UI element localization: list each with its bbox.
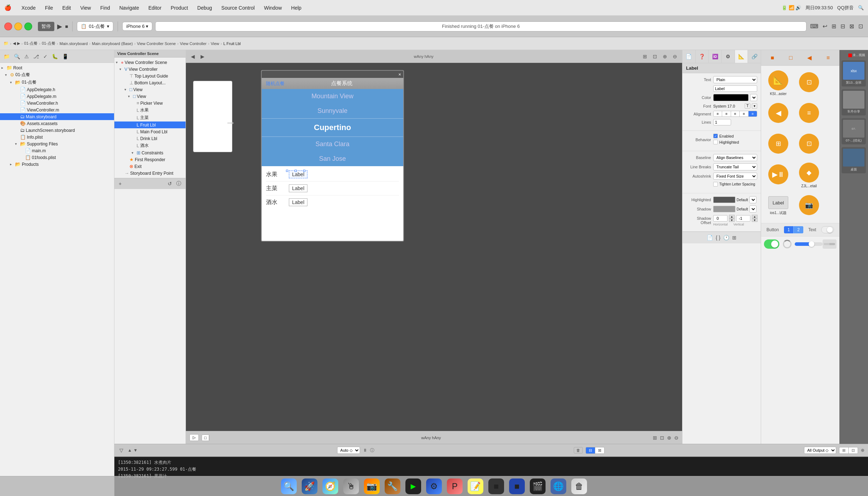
console-info-icon[interactable]: ⓘ (370, 447, 374, 453)
scheme-selector[interactable]: 📋 01-点餐 ▾ (77, 21, 113, 31)
inspector-layout-icon[interactable]: ⊞ (732, 235, 736, 240)
console-toggle-button[interactable]: ▽ (118, 447, 125, 454)
widget-item-camera[interactable]: 📷 (795, 192, 823, 220)
widget-item-7[interactable]: ▶⏸ (764, 161, 793, 189)
inspector-tab-size[interactable]: 📐 (735, 50, 748, 63)
console-pause-icon[interactable]: ⏸ (363, 448, 367, 453)
tree-item-assets[interactable]: 🎨 Assets.xcassets (0, 120, 114, 127)
inspector-text-control[interactable]: Plain Attributed (713, 76, 757, 83)
inspector-icon[interactable]: ⊡ (858, 22, 864, 30)
canvas-grid-icon[interactable]: ⊞ (641, 53, 648, 60)
shadow-v-down[interactable]: ▼ (752, 218, 758, 222)
breadcrumb-storyboard-base[interactable]: Main.storyboard (Base) (92, 41, 133, 46)
inspector-baseline-select[interactable]: Align Baselines (713, 154, 757, 161)
breadcrumb-current[interactable]: L Fruit Lbl (223, 41, 241, 46)
scene-item-fruit-lbl[interactable]: L Fruit Lbl (114, 121, 186, 128)
menu-debug[interactable]: Debug (196, 4, 213, 11)
menu-window[interactable]: Window (262, 4, 283, 11)
canvas-expand-icon[interactable]: ⊡ (651, 53, 659, 60)
scene-item-view-outer[interactable]: □ View (114, 86, 186, 93)
inspector-linebreaks-control[interactable]: Truncate Tail (713, 163, 757, 170)
breadcrumb-view[interactable]: View (211, 41, 219, 46)
scene-item-view-inner[interactable]: □ View (114, 93, 186, 100)
tree-item-viewcontroller-h[interactable]: 📄 ViewController.h (0, 100, 114, 106)
shadow-h-up[interactable]: ▲ (729, 215, 735, 218)
scene-item-first-responder[interactable]: ★ First Responder (114, 156, 186, 163)
tree-item-supporting-files[interactable]: 📂 Supporting Files (0, 140, 114, 147)
scene-item-picker-view[interactable]: ≡ Picker View (114, 100, 186, 106)
breadcrumb-group[interactable]: 01-点餐 (42, 41, 55, 46)
menu-help[interactable]: Help (290, 4, 303, 11)
inspector-lines-control[interactable]: 1 (713, 119, 757, 125)
menu-editor[interactable]: Editor (147, 4, 163, 11)
inspector-content-control[interactable]: Label (713, 85, 757, 92)
sidebar-debug-icon[interactable]: 🐛 (50, 53, 59, 60)
far-right-item-xlsx[interactable]: xlsx 第13...业班 (842, 60, 866, 86)
output-debug-button[interactable]: ⊠ (595, 447, 604, 453)
canvas-layout-button2[interactable]: ⊡ (660, 435, 664, 441)
menu-edit[interactable]: Edit (61, 4, 72, 11)
scene-item-exit[interactable]: ⊗ Exit (114, 163, 186, 170)
inspector-baseline-control[interactable]: Align Baselines (713, 154, 757, 161)
dock-dark-icon[interactable]: ■ (488, 478, 504, 494)
shadow-v-input[interactable]: -1 (736, 215, 750, 222)
tree-item-main-m[interactable]: 📄 main.m (0, 147, 114, 154)
breadcrumb-storyboard[interactable]: Main.storyboard (60, 41, 88, 46)
scene-item-top-layout[interactable]: ⊤ Top Layout Guide (114, 73, 186, 79)
scene-item-constraints[interactable]: ⊞ Constraints (114, 149, 186, 156)
refresh-icon[interactable]: ↩ (822, 22, 828, 30)
label-row-fruit[interactable]: 水果 Label (266, 168, 399, 182)
canvas-zoom-button1[interactable]: ⊕ (667, 435, 671, 441)
tree-item-launch-storyboard[interactable]: 🗂 LaunchScreen.storyboard (0, 127, 114, 134)
random-order-button[interactable]: 随机点餐 (266, 80, 285, 87)
inspector-tab-quickhelp[interactable]: ❓ (696, 50, 709, 63)
tree-item-appdelegate-h[interactable]: 📄 AppDelegate.h (0, 86, 114, 93)
tree-item-main-storyboard[interactable]: 🗂 Main.storyboard (0, 113, 114, 120)
dock-xcode-icon[interactable]: ⚙ (426, 478, 442, 494)
minimize-button[interactable] (14, 23, 22, 30)
canvas-select-button[interactable]: ▷ (189, 434, 199, 441)
menu-navigate[interactable]: Navigate (118, 4, 140, 11)
breadcrumb-scene[interactable]: View Controller Scene (137, 41, 176, 46)
dock-blue-icon[interactable]: ■ (509, 478, 525, 494)
view-list-button[interactable]: ⊞ (839, 447, 849, 453)
color-type-select[interactable]: ▾ (750, 94, 757, 101)
dock-photo-icon[interactable]: 📷 (364, 478, 380, 494)
menu-source-control[interactable]: Source Control (220, 4, 256, 11)
enabled-checkbox[interactable]: ✓ (713, 134, 718, 138)
dock-globe-icon[interactable]: 🌐 (551, 478, 566, 494)
inspector-autoshrink-select[interactable]: Fixed Font Size (713, 173, 757, 180)
align-center-button[interactable]: ≡ (722, 111, 731, 116)
output-console-button[interactable]: ⊟ (586, 447, 595, 453)
close-button[interactable] (4, 23, 12, 30)
shadow-h-stepper[interactable]: ▲ ▼ (729, 215, 735, 222)
shadow-v-up[interactable]: ▲ (752, 215, 758, 218)
inspector-font-control[interactable]: System 17.0 T ▾ (713, 103, 757, 109)
canvas-zoom-button2[interactable]: ⊖ (674, 435, 679, 441)
tree-item-root[interactable]: 📁 Root (0, 64, 114, 71)
sidebar-warning-icon[interactable]: ⚠ (23, 53, 30, 60)
shadow-color-swatch[interactable] (713, 206, 735, 212)
color-swatch[interactable] (713, 94, 749, 101)
widget-item-2[interactable]: ⊡ (795, 69, 823, 97)
menu-file[interactable]: File (44, 4, 55, 11)
dock-finder-icon[interactable]: 🔍 (281, 478, 297, 494)
scene-item-vc[interactable]: V View Controller (114, 66, 186, 73)
highlighted-checkbox[interactable] (713, 140, 718, 144)
inspector-content-input[interactable]: Label (713, 85, 757, 92)
slider-widget[interactable] (795, 242, 823, 246)
shadow-h-down[interactable]: ▼ (729, 218, 735, 222)
inspector-tab-connections[interactable]: 🔗 (748, 50, 761, 63)
tighten-checkbox[interactable] (713, 182, 718, 187)
widget-item-6[interactable]: ⊡ (795, 130, 823, 159)
console-expand-icon[interactable]: ⊕ (861, 448, 864, 453)
widget-tool-orange3[interactable]: ◀ (807, 54, 812, 61)
highlighted-color-swatch[interactable] (713, 197, 735, 203)
sidebar-test-icon[interactable]: ✓ (42, 53, 49, 60)
align-justify-button[interactable]: ≡ (740, 111, 748, 116)
toggle-switch[interactable] (821, 226, 834, 233)
maximize-button[interactable] (24, 23, 32, 30)
stop-button[interactable]: ■ (65, 24, 68, 29)
tree-item-appdelegate-m[interactable]: 📄 AppDelegate.m (0, 93, 114, 100)
console-stepper-up[interactable]: ▲ (128, 448, 132, 453)
